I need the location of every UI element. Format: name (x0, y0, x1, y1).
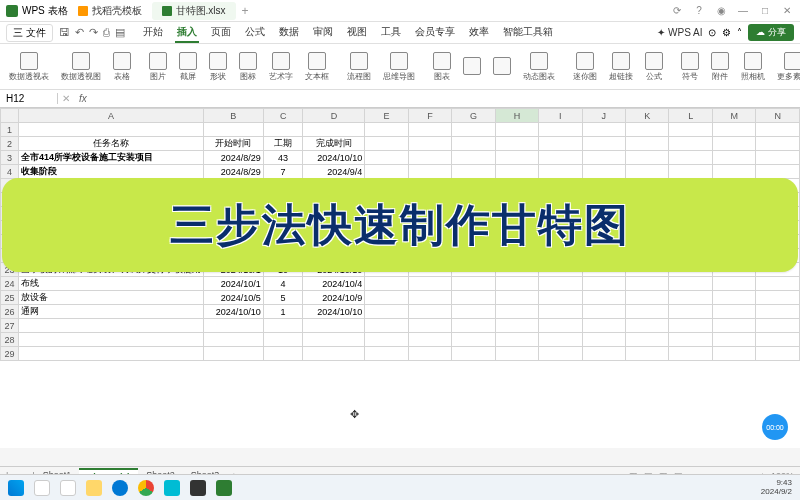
ribbon-item13[interactable] (490, 57, 514, 76)
cell-F1[interactable] (408, 123, 451, 137)
ribbon-流程图[interactable]: 流程图 (344, 52, 374, 82)
ribbon-图片[interactable]: 图片 (146, 52, 170, 82)
cell-A3[interactable]: 全市414所学校设备施工安装项目 (18, 151, 203, 165)
col-header-H[interactable]: H (495, 109, 538, 123)
cell-N25[interactable] (756, 291, 800, 305)
cell-L1[interactable] (669, 123, 712, 137)
cell-L27[interactable] (669, 319, 712, 333)
cell-J2[interactable] (582, 137, 625, 151)
cell-F3[interactable] (408, 151, 451, 165)
maximize-icon[interactable]: □ (758, 5, 772, 16)
cell-D29[interactable] (303, 347, 365, 361)
cell-G27[interactable] (452, 319, 495, 333)
cell-J3[interactable] (582, 151, 625, 165)
minimize-icon[interactable]: — (736, 5, 750, 16)
cell-M24[interactable] (712, 277, 755, 291)
cell-D4[interactable]: 2024/9/4 (303, 165, 365, 179)
row-header-28[interactable]: 28 (1, 333, 19, 347)
ribbon-附件[interactable]: 附件 (708, 52, 732, 82)
col-header-F[interactable]: F (408, 109, 451, 123)
redo-icon[interactable]: ↷ (89, 26, 98, 39)
cell-G25[interactable] (452, 291, 495, 305)
ribbon-tab-插入[interactable]: 插入 (175, 23, 199, 43)
cell-L3[interactable] (669, 151, 712, 165)
cell-A2[interactable]: 任务名称 (18, 137, 203, 151)
cell-A26[interactable]: 通网 (18, 305, 203, 319)
ribbon-图标[interactable]: 图标 (236, 52, 260, 82)
cell-C26[interactable]: 1 (263, 305, 303, 319)
cell-L2[interactable] (669, 137, 712, 151)
cell-C29[interactable] (263, 347, 303, 361)
cell-L25[interactable] (669, 291, 712, 305)
cell-K29[interactable] (626, 347, 669, 361)
cell-E1[interactable] (365, 123, 408, 137)
cell-G29[interactable] (452, 347, 495, 361)
cell-N26[interactable] (756, 305, 800, 319)
ribbon-tab-开始[interactable]: 开始 (141, 23, 165, 43)
name-box[interactable]: H12 (0, 93, 58, 104)
select-all-corner[interactable] (1, 109, 19, 123)
cell-L24[interactable] (669, 277, 712, 291)
cell-C3[interactable]: 43 (263, 151, 303, 165)
cell-H26[interactable] (495, 305, 538, 319)
cell-N4[interactable] (756, 165, 800, 179)
cell-K3[interactable] (626, 151, 669, 165)
cell-B29[interactable] (203, 347, 263, 361)
cancel-fx-icon[interactable]: ✕ (58, 93, 74, 104)
cell-L28[interactable] (669, 333, 712, 347)
ribbon-item12[interactable] (460, 57, 484, 76)
cell-I28[interactable] (539, 333, 582, 347)
undo-icon[interactable]: ↶ (75, 26, 84, 39)
cell-D24[interactable]: 2024/10/4 (303, 277, 365, 291)
cell-C24[interactable]: 4 (263, 277, 303, 291)
cell-N2[interactable] (756, 137, 800, 151)
row-header-24[interactable]: 24 (1, 277, 19, 291)
cell-G3[interactable] (452, 151, 495, 165)
ribbon-tab-会员专享[interactable]: 会员专享 (413, 23, 457, 43)
cell-H24[interactable] (495, 277, 538, 291)
cell-E26[interactable] (365, 305, 408, 319)
ribbon-tab-工具[interactable]: 工具 (379, 23, 403, 43)
cell-M26[interactable] (712, 305, 755, 319)
spreadsheet-grid[interactable]: ABCDEFGHIJKLMN12任务名称开始时间工期完成时间3全市414所学校设… (0, 108, 800, 448)
ribbon-tab-效率[interactable]: 效率 (467, 23, 491, 43)
collapse-ribbon-icon[interactable]: ˄ (737, 27, 742, 38)
ribbon-tab-审阅[interactable]: 审阅 (311, 23, 335, 43)
cell-D28[interactable] (303, 333, 365, 347)
cell-M27[interactable] (712, 319, 755, 333)
cell-J25[interactable] (582, 291, 625, 305)
cell-I1[interactable] (539, 123, 582, 137)
cell-I4[interactable] (539, 165, 582, 179)
cell-N3[interactable] (756, 151, 800, 165)
app-icon-2[interactable] (190, 480, 206, 496)
cell-H3[interactable] (495, 151, 538, 165)
cell-D25[interactable]: 2024/10/9 (303, 291, 365, 305)
ribbon-tab-数据[interactable]: 数据 (277, 23, 301, 43)
cell-B27[interactable] (203, 319, 263, 333)
ribbon-数据透视图[interactable]: 数据透视图 (58, 52, 104, 82)
cell-I26[interactable] (539, 305, 582, 319)
cell-F24[interactable] (408, 277, 451, 291)
cell-E29[interactable] (365, 347, 408, 361)
cell-N27[interactable] (756, 319, 800, 333)
cell-D1[interactable] (303, 123, 365, 137)
taskbar-clock[interactable]: 9:43 2024/9/2 (761, 479, 792, 497)
cell-J28[interactable] (582, 333, 625, 347)
cell-H4[interactable] (495, 165, 538, 179)
app-icon-1[interactable] (164, 480, 180, 496)
cell-E3[interactable] (365, 151, 408, 165)
row-header-25[interactable]: 25 (1, 291, 19, 305)
cell-B24[interactable]: 2024/10/1 (203, 277, 263, 291)
cell-F28[interactable] (408, 333, 451, 347)
cell-J4[interactable] (582, 165, 625, 179)
share-button[interactable]: ☁ 分享 (748, 24, 794, 41)
cell-E2[interactable] (365, 137, 408, 151)
cell-F4[interactable] (408, 165, 451, 179)
cell-J1[interactable] (582, 123, 625, 137)
settings-icon[interactable]: ⚙ (722, 27, 731, 38)
recording-timer-bubble[interactable]: 00:00 (762, 414, 788, 440)
cell-N28[interactable] (756, 333, 800, 347)
cell-B3[interactable]: 2024/8/29 (203, 151, 263, 165)
cell-E25[interactable] (365, 291, 408, 305)
cell-J24[interactable] (582, 277, 625, 291)
